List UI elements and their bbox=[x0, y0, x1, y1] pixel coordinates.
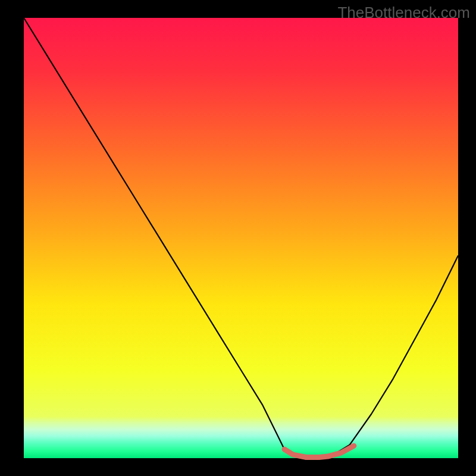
chart-container: TheBottleneck.com bbox=[0, 0, 476, 476]
chart-svg bbox=[0, 0, 476, 476]
watermark-text: TheBottleneck.com bbox=[337, 4, 470, 22]
gradient-background bbox=[24, 18, 458, 458]
